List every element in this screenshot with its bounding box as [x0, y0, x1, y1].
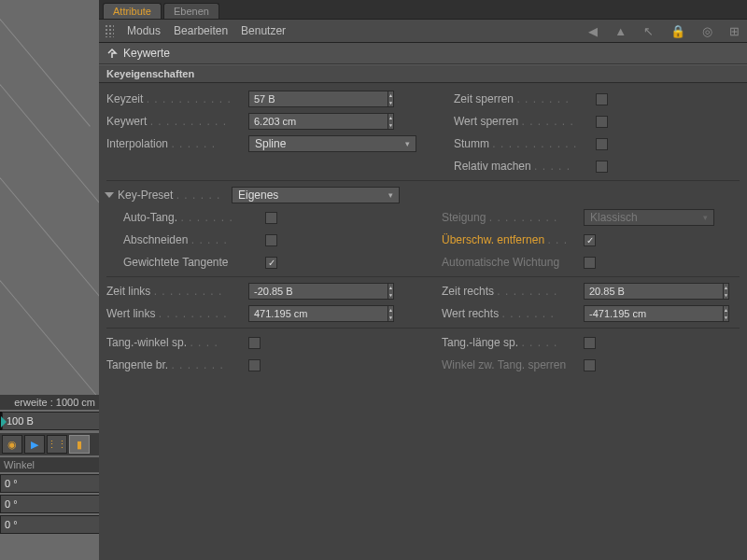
keywert-field[interactable] — [248, 113, 388, 130]
menu-edit[interactable]: Bearbeiten — [174, 24, 228, 37]
film-icon[interactable]: ▮ — [69, 435, 90, 454]
label-stumm: Stumm — [454, 137, 489, 150]
wertrechts-stepper[interactable]: ▲▼ — [723, 305, 729, 322]
label-interpolation: Interpolation — [106, 137, 168, 150]
tangentebr-checkbox[interactable] — [248, 359, 261, 371]
label-autotang: Auto-Tang. — [123, 211, 177, 224]
label-zeitsperren: Zeit sperren — [454, 92, 514, 105]
menu-mode[interactable]: Modus — [127, 24, 161, 37]
label-autowicht: Automatische Wichtung — [442, 256, 559, 269]
ueberschw-checkbox[interactable] — [584, 234, 596, 246]
panel-menubar: Modus Bearbeiten Benutzer ◀ ▲ ↖ 🔒 ◎ ⊞ — [99, 20, 747, 43]
gewichtete-checkbox[interactable] — [265, 257, 277, 269]
abschneiden-checkbox[interactable] — [265, 234, 277, 246]
autowicht-checkbox[interactable] — [584, 257, 596, 269]
winkelzw-checkbox[interactable] — [584, 359, 596, 371]
zeitlinks-field[interactable] — [248, 283, 388, 300]
label-winkelzw: Winkel zw. Tang. sperren — [442, 358, 566, 371]
keyzeit-field[interactable] — [248, 91, 388, 107]
label-keypreset: Key-Preset — [118, 189, 173, 202]
zeitrechts-stepper[interactable]: ▲▼ — [723, 283, 729, 300]
search-icon[interactable]: ↖ — [641, 24, 655, 38]
label-zeitlinks: Zeit links — [106, 285, 150, 298]
label-wertrechts: Wert rechts — [442, 307, 499, 320]
label-abschneiden: Abschneiden — [123, 233, 188, 246]
keypreset-dropdown[interactable]: Eigenes — [232, 187, 400, 203]
label-relativ: Relativ machen — [454, 160, 531, 173]
panel-tabs: Attribute Ebenen — [99, 0, 747, 20]
zeitlinks-stepper[interactable]: ▲▼ — [388, 283, 394, 300]
interpolation-dropdown[interactable]: Spline — [248, 135, 416, 152]
zeitsperren-checkbox[interactable] — [596, 93, 608, 105]
wertlinks-stepper[interactable]: ▲▼ — [388, 305, 394, 322]
wertrechts-field[interactable] — [584, 305, 723, 322]
section-key-properties: Keyeigenschaften — [99, 64, 747, 83]
grip-icon[interactable] — [105, 24, 114, 37]
label-keyzeit: Keyzeit — [106, 92, 143, 105]
label-wertlinks: Wert links — [106, 307, 155, 320]
title-text: Keywerte — [123, 47, 170, 60]
label-zeitrechts: Zeit rechts — [442, 285, 494, 298]
tanglaenge-checkbox[interactable] — [584, 337, 596, 349]
label-wertsperren: Wert sperren — [454, 115, 518, 128]
timeline-playhead[interactable] — [0, 412, 2, 430]
lock-icon[interactable]: 🔒 — [669, 24, 687, 38]
tab-attribute[interactable]: Attribute — [103, 3, 162, 19]
pin-icon — [106, 48, 118, 59]
wertsperren-checkbox[interactable] — [596, 116, 608, 128]
label-steigung: Steigung — [442, 211, 486, 224]
angle-section-label: Winkel — [0, 457, 99, 472]
zeitrechts-field[interactable] — [584, 283, 723, 300]
relativ-checkbox[interactable] — [596, 161, 608, 173]
keyzeit-stepper[interactable]: ▲▼ — [388, 91, 394, 107]
steigung-dropdown: Klassisch — [584, 209, 714, 226]
keywert-stepper[interactable]: ▲▼ — [388, 113, 394, 130]
label-keywert: Keywert — [106, 115, 147, 128]
nav-up-icon[interactable]: ▲ — [613, 24, 628, 38]
attribute-panel: Attribute Ebenen Modus Bearbeiten Benutz… — [99, 0, 747, 560]
wertlinks-field[interactable] — [248, 305, 388, 322]
gear-icon[interactable]: ⊞ — [727, 24, 741, 38]
keypreset-disclosure-icon[interactable] — [105, 192, 114, 198]
viewport-area[interactable]: erweite : 1000 cm ▲▼ ◉ ▶ ⋮⋮ ▮ Winkel ▲▼ … — [0, 0, 99, 560]
label-tangentebr: Tangente br. — [106, 358, 168, 371]
playback-icon[interactable]: ▶ — [24, 435, 45, 454]
target-icon[interactable]: ◎ — [700, 24, 714, 38]
record-icon[interactable]: ◉ — [2, 435, 22, 454]
label-tanglaenge: Tang.-länge sp. — [442, 336, 518, 349]
nav-back-icon[interactable]: ◀ — [586, 24, 599, 38]
label-tangwinkel: Tang.-winkel sp. — [106, 336, 187, 349]
keyframe-grid-icon[interactable]: ⋮⋮ — [47, 435, 67, 454]
stumm-checkbox[interactable] — [596, 138, 608, 150]
viewport-status: erweite : 1000 cm — [0, 395, 99, 410]
menu-user[interactable]: Benutzer — [241, 24, 286, 37]
label-ueberschw: Überschw. entfernen — [442, 233, 544, 246]
tangwinkel-checkbox[interactable] — [248, 337, 261, 349]
tab-layers[interactable]: Ebenen — [163, 3, 219, 19]
autotang-checkbox[interactable] — [265, 212, 277, 224]
panel-title: Keywerte — [99, 43, 747, 64]
label-gewichtete: Gewichtete Tangente — [123, 256, 229, 269]
